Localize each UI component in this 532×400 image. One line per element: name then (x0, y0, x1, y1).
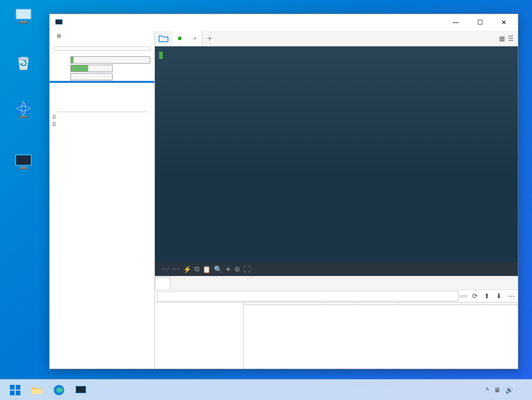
path-history-button[interactable] (461, 295, 467, 297)
gear-icon[interactable]: ⚙ (234, 265, 240, 273)
svg-rect-21 (76, 386, 86, 393)
taskbar[interactable]: ^ 🖥 🔊 (0, 379, 532, 400)
svg-rect-15 (16, 385, 20, 390)
open-folder-button[interactable] (155, 31, 173, 46)
more-icon[interactable]: ⋯ (505, 292, 518, 300)
svg-rect-14 (10, 385, 15, 390)
net-stats (50, 83, 154, 112)
copy-icon[interactable]: ⧉ (195, 265, 199, 273)
col-type[interactable] (358, 302, 400, 305)
bolt-icon[interactable]: ⚡ (183, 265, 191, 273)
search-icon[interactable]: 🔍 (214, 265, 222, 273)
titlebar[interactable]: — ☐ ✕ (50, 14, 518, 31)
path-bar: ⟳ ⬆ ⬇ ⋯ (155, 289, 518, 302)
finalshell-taskbar-icon[interactable] (70, 381, 91, 399)
files-tab[interactable] (155, 277, 171, 289)
desktop-icon-finalshell[interactable] (5, 151, 42, 173)
ip-row (50, 41, 154, 45)
paste-icon[interactable]: 📋 (202, 265, 211, 273)
tab-close-icon[interactable]: × (193, 35, 197, 42)
col-date[interactable] (400, 302, 462, 305)
cpu-meter (50, 56, 154, 64)
start-button[interactable] (5, 381, 26, 399)
session-tab[interactable]: × (173, 31, 202, 46)
file-browser (155, 302, 518, 369)
col-perm[interactable] (462, 302, 485, 305)
battery-icon[interactable]: 🖥 (494, 386, 500, 394)
svg-rect-9 (16, 155, 31, 165)
command-bar: ⚡ ⧉ 📋 🔍 ✦ ⚙ ⛶ (155, 262, 518, 276)
svg-rect-16 (10, 391, 15, 395)
col-size[interactable] (324, 302, 358, 305)
folder-tree[interactable] (155, 302, 244, 369)
desktop-icon-recycle[interactable] (5, 52, 42, 74)
tab-bar: × + ▦ ☰ (155, 31, 518, 46)
status-dot-icon (178, 37, 182, 40)
download-icon[interactable]: ⬇ (493, 292, 505, 300)
svg-rect-3 (18, 22, 29, 23)
list-view-icon[interactable]: ☰ (507, 34, 515, 43)
svg-point-4 (18, 57, 29, 60)
tray-chevron-icon[interactable]: ^ (486, 386, 489, 394)
grid-view-icon[interactable]: ▦ (498, 34, 506, 43)
minimize-button[interactable]: — (444, 14, 468, 31)
file-list[interactable] (244, 302, 518, 369)
desktop-icon-pc[interactable] (5, 5, 42, 27)
sidebar: 00 (50, 31, 155, 369)
finalshell-window: — ☐ ✕ (49, 14, 518, 369)
star-icon[interactable]: ✦ (225, 265, 231, 273)
close-button[interactable]: ✕ (492, 14, 516, 31)
path-input[interactable] (157, 291, 458, 301)
volume-icon[interactable]: 🔊 (505, 386, 513, 394)
sync-status (50, 31, 154, 41)
fullscreen-icon[interactable]: ⛶ (244, 265, 250, 273)
edge-icon[interactable] (49, 381, 69, 399)
history-button[interactable] (162, 268, 170, 270)
desktop-icon-network[interactable] (5, 99, 42, 121)
refresh-icon[interactable]: ⟳ (469, 292, 481, 300)
svg-rect-11 (18, 168, 29, 169)
system-tray[interactable]: ^ 🖥 🔊 (486, 386, 528, 394)
add-tab-button[interactable]: + (202, 31, 217, 46)
svg-rect-18 (32, 390, 42, 394)
commands-tab[interactable] (171, 276, 185, 289)
terminal[interactable] (155, 46, 518, 262)
bottom-tabs (155, 276, 518, 289)
mem-meter (50, 64, 154, 72)
svg-rect-13 (56, 20, 62, 24)
swap-meter (50, 72, 154, 81)
options-button[interactable] (173, 268, 180, 270)
col-name[interactable] (244, 302, 324, 305)
svg-point-5 (16, 101, 31, 116)
app-icon (55, 18, 63, 27)
maximize-button[interactable]: ☐ (468, 14, 492, 31)
main-area: × + ▦ ☰ ⚡ ⧉ 📋 🔍 ✦ ⚙ ⛶ (155, 31, 518, 369)
svg-rect-7 (18, 117, 29, 118)
svg-rect-10 (20, 167, 27, 168)
upload-icon[interactable]: ⬆ (481, 292, 493, 300)
explorer-icon[interactable] (27, 381, 47, 399)
system-info-button[interactable] (54, 46, 150, 51)
svg-rect-2 (20, 21, 27, 22)
svg-rect-17 (16, 391, 20, 395)
disk-usage (50, 132, 154, 134)
activate-link[interactable] (50, 136, 154, 140)
svg-rect-1 (16, 9, 31, 19)
svg-rect-6 (20, 116, 27, 117)
